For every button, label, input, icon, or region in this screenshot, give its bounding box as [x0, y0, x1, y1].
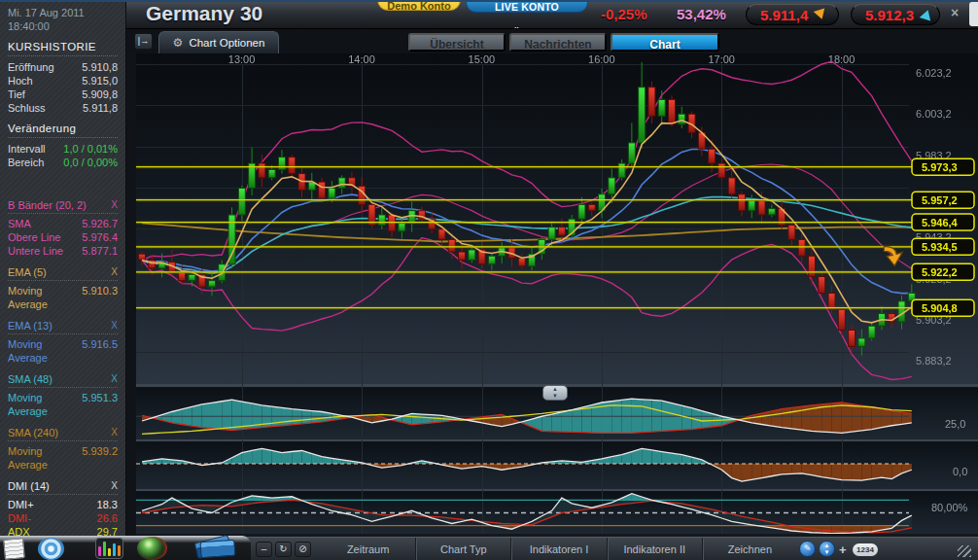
indicator-row: Untere Line5.877.1	[8, 244, 118, 258]
range-pct: 53,42%	[677, 6, 726, 22]
pencil-icon[interactable]: ✎	[799, 541, 816, 557]
resize-grip[interactable]	[958, 545, 971, 557]
row-label: Moving Average	[8, 391, 82, 418]
tab-nachrichten[interactable]: Nachrichten	[509, 33, 607, 52]
buy-arrow-up-icon	[920, 8, 934, 20]
row-label: Bereich	[8, 156, 44, 169]
row-label: Obere Line	[8, 230, 60, 244]
indicator-title: SMA (48)X	[8, 373, 118, 388]
indicator-row: Obere Line5.976.4	[8, 230, 118, 244]
toolbar-button-chart-typ[interactable]: Chart Typ	[415, 538, 510, 560]
indicator-row: Moving Average5.910.3	[8, 284, 118, 311]
splitter-up-icon: ▲	[552, 386, 558, 392]
pane-splitter-button[interactable]: ▲ ▼	[542, 385, 568, 401]
gear-icon: ⚙	[173, 36, 184, 50]
equalizer-app-icon[interactable]	[95, 538, 123, 559]
sell-price-button[interactable]: 5.911,4	[746, 4, 839, 25]
indicator-row: DMI-26.6	[8, 511, 118, 525]
row-value: 0,0 / 0,00%	[63, 156, 118, 169]
indicator-close-button[interactable]: X	[111, 320, 118, 332]
sphere-app-icon[interactable]	[137, 537, 167, 560]
indicator-close-button[interactable]: X	[111, 480, 118, 492]
indicator-row: SMA5.926.7	[8, 217, 118, 230]
disable-icon[interactable]: ⊘	[295, 542, 311, 557]
row-label: Untere Line	[8, 244, 63, 258]
splitter-down-icon: ▼	[552, 393, 558, 399]
cards-app-icon[interactable]	[195, 538, 238, 559]
daily-change-pct: -0,25%	[601, 6, 647, 22]
row-label: DMI-	[8, 511, 31, 525]
row-value: 5.910.3	[82, 284, 118, 311]
indicator-row: Moving Average5.939.2	[8, 444, 118, 472]
quote-time: 18:40:00	[8, 19, 118, 33]
tab-chart[interactable]: Chart	[611, 33, 719, 52]
sell-arrow-down-icon	[814, 8, 828, 20]
indicator-title: EMA (5)X	[8, 266, 118, 281]
kurshistorie-row: Schluss5.911,8	[8, 101, 118, 115]
row-label: Schluss	[8, 101, 46, 115]
trading-app-window: Mi. 17 Aug 2011 18:40:00 KURSHISTORIE Er…	[0, 0, 978, 560]
indicator-close-button[interactable]: X	[111, 427, 118, 438]
row-value: 5.915,0	[82, 74, 118, 88]
row-value: 5.939.2	[82, 444, 118, 472]
row-value: 5.916.5	[82, 337, 118, 365]
indicator-name: DMI (14)	[8, 480, 50, 492]
sell-price: 5.911,4	[760, 7, 808, 23]
row-value: 5.926.7	[82, 217, 118, 230]
buy-price: 5.912,3	[865, 7, 914, 23]
quote-date: Mi. 17 Aug 2011	[8, 6, 118, 19]
toolbar-button-indikatoren-i[interactable]: Indikatoren I	[510, 538, 606, 560]
indicator-name: EMA (5)	[8, 266, 47, 278]
window-edge-strip	[969, 2, 978, 26]
indicator-row: Moving Average5.951.3	[8, 391, 118, 418]
indicator-close-button[interactable]: X	[111, 373, 118, 385]
close-icon[interactable]: ×	[951, 5, 959, 20]
indicator-title: SMA (240)X	[8, 427, 118, 441]
chart-options-button[interactable]: ⚙ Chart Optionen	[158, 31, 279, 53]
row-label: Moving Average	[8, 444, 82, 472]
toolbar-button-indikatoren-ii[interactable]: Indikatoren II	[607, 538, 702, 560]
minimize-button[interactable]: –	[256, 542, 272, 557]
radar-app-icon[interactable]	[38, 538, 64, 560]
buy-price-button[interactable]: 5.912,3	[851, 4, 940, 25]
indicator-close-button[interactable]: X	[111, 266, 118, 278]
indicator-row: Moving Average5.916.5	[8, 337, 118, 365]
toolbar-button-zeichnen[interactable]: Zeichnen	[702, 538, 797, 560]
row-value: 18.3	[97, 498, 118, 511]
title-bar: Germany 30 Demo Konto LIVE KONTO ERÖFFNE…	[126, 0, 978, 29]
demo-konto-button[interactable]: Demo Konto	[377, 0, 461, 11]
kurshistorie-title: KURSHISTORIE	[8, 41, 118, 56]
news-app-icon[interactable]	[3, 538, 25, 560]
veraenderung-row: Bereich0,0 / 0,00%	[8, 156, 118, 169]
tab-übersicht[interactable]: Übersicht	[408, 33, 506, 52]
row-label: SMA	[8, 217, 31, 230]
updown-icon[interactable]: ▲▼	[819, 541, 835, 557]
live-konto-button[interactable]: LIVE KONTO ERÖFFNEN	[466, 0, 588, 13]
veraenderung-row: Intervall1,0 / 0,01%	[8, 142, 118, 156]
indicator-row: DMI+18.3	[8, 498, 118, 511]
row-value: 5.910,8	[82, 60, 118, 74]
row-value: 5.911,8	[83, 101, 118, 115]
row-value: 5.976.4	[82, 230, 118, 244]
indicator-title: EMA (13)X	[8, 320, 118, 334]
crosshair-icon[interactable]: +	[839, 542, 847, 557]
chart-canvas[interactable]	[136, 53, 978, 537]
row-label: Eröffnung	[8, 60, 54, 74]
row-value: 26.6	[97, 511, 118, 525]
kurshistorie-row: Eröffnung5.910,8	[8, 60, 118, 74]
os-dock	[0, 536, 251, 560]
row-label: Tief	[8, 88, 25, 101]
collapse-sidebar-button[interactable]: |→	[134, 33, 153, 50]
chart-options-label: Chart Optionen	[189, 37, 264, 49]
row-value: 5.909,8	[82, 88, 118, 101]
row-value: 5.951.3	[82, 391, 118, 418]
refresh-icon[interactable]: ↻	[275, 542, 292, 557]
numbers-badge[interactable]: 1234	[853, 543, 878, 556]
row-label: Moving Average	[8, 337, 82, 365]
row-label: DMI+	[8, 498, 34, 511]
row-label: Moving Average	[8, 284, 82, 311]
indicator-name: SMA (48)	[8, 373, 52, 385]
kurshistorie-row: Tief5.909,8	[8, 88, 118, 101]
indicator-close-button[interactable]: X	[111, 199, 118, 211]
toolbar-button-zeitraum[interactable]: Zeitraum	[321, 538, 415, 560]
